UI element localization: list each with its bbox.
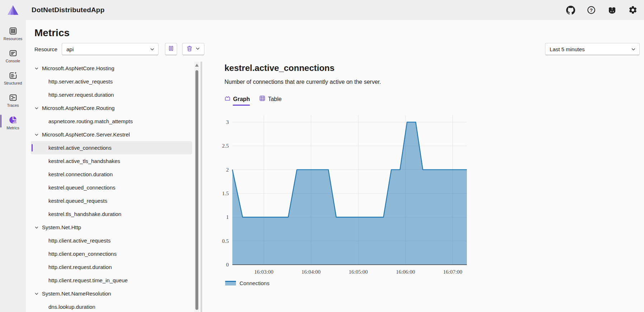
tree-metric-row[interactable]: http.client.active_requests: [31, 234, 192, 247]
svg-text:2.5: 2.5: [222, 143, 229, 149]
chevron-down-icon: [631, 47, 636, 52]
tree-metric-row[interactable]: kestrel.connection.duration: [31, 168, 192, 181]
nav-label: Console: [6, 59, 20, 63]
nav-item-resources[interactable]: Resources: [0, 25, 26, 42]
chevron-down-icon[interactable]: [34, 106, 39, 110]
selected-row-indicator: [32, 144, 33, 152]
settings-icon[interactable]: [628, 5, 638, 15]
tree-metric-row[interactable]: kestrel.queued_connections: [31, 181, 192, 194]
tab-table[interactable]: Table: [259, 95, 281, 106]
metric-description: Number of connections that are currently…: [224, 79, 640, 85]
tree-metric-row[interactable]: aspnetcore.routing.match_attempts: [31, 115, 192, 128]
app-title: DotNetDistributedApp: [32, 6, 104, 14]
scrollbar-thumb[interactable]: [195, 70, 198, 310]
active-tab-underline: [233, 105, 250, 106]
chevron-down-icon: [150, 47, 155, 52]
github-icon[interactable]: [566, 5, 575, 15]
tree-metric-label: kestrel.queued_requests: [48, 198, 107, 204]
tree-group-label: System.Net.NameResolution: [42, 291, 111, 297]
tree-metric-label: http.server.active_requests: [48, 78, 113, 85]
table-tab-icon: [259, 95, 265, 103]
svg-text:16:05:00: 16:05:00: [349, 269, 368, 275]
console-icon: [9, 49, 18, 58]
nav-label: Traces: [7, 103, 19, 107]
tree-group-row[interactable]: Microsoft.AspNetCore.Hosting: [31, 62, 192, 75]
tree-metric-label: http.client.request.time_in_queue: [48, 277, 128, 283]
pause-icon: [168, 45, 174, 53]
metrics-toolbar: Resource api: [34, 43, 640, 55]
aspire-dashboard: DotNetDistributedApp ?: [0, 0, 644, 312]
metric-chart: 00.511.522.5316:03:0016:04:0016:05:0016:…: [217, 110, 640, 286]
chevron-down-icon[interactable]: [34, 292, 39, 296]
chevron-down-icon[interactable]: [34, 133, 39, 137]
tree-group-label: Microsoft.AspNetCore.Hosting: [42, 65, 114, 71]
graph-tab-icon: [224, 95, 231, 103]
tree-metric-label: kestrel.queued_connections: [48, 184, 115, 191]
resource-select[interactable]: api: [62, 43, 158, 55]
chevron-down-icon[interactable]: [34, 225, 39, 230]
nav-item-console[interactable]: Console: [0, 47, 26, 64]
nav-item-metrics[interactable]: Metrics: [0, 114, 26, 131]
resource-label: Resource: [34, 46, 57, 52]
header-actions: ?: [566, 5, 644, 15]
tree-group-row[interactable]: System.Net.Http: [31, 221, 192, 234]
tree-metric-row[interactable]: dns.lookup.duration: [31, 300, 192, 312]
nav-rail: Resources Console Structured: [0, 20, 26, 312]
tree-group-row[interactable]: Microsoft.AspNetCore.Server.Kestrel: [31, 128, 192, 141]
help-icon[interactable]: ?: [587, 5, 596, 15]
chevron-down-icon[interactable]: [195, 46, 200, 52]
trash-icon[interactable]: [186, 45, 193, 53]
nav-label: Metrics: [6, 126, 19, 130]
nav-label: Structured: [4, 81, 22, 85]
tree-metric-label: dns.lookup.duration: [48, 304, 95, 310]
legend-swatch: [225, 281, 236, 285]
metrics-page: Metrics Resource api: [26, 20, 644, 312]
svg-text:1.5: 1.5: [222, 191, 229, 196]
scrollbar-up-arrow[interactable]: [195, 63, 199, 67]
tree-group-row[interactable]: System.Net.NameResolution: [31, 287, 192, 300]
tree-metric-row[interactable]: kestrel.active_connections: [31, 141, 192, 154]
time-range-select[interactable]: Last 5 minutes: [545, 43, 640, 55]
nav-item-traces[interactable]: Traces: [0, 92, 26, 109]
tree-group-row[interactable]: Microsoft.AspNetCore.Routing: [31, 101, 192, 115]
tree-metric-row[interactable]: http.client.request.duration: [31, 260, 192, 274]
time-range-value: Last 5 minutes: [550, 46, 585, 52]
remove-metrics-split-button[interactable]: [182, 43, 204, 55]
resources-grid-icon: [9, 27, 18, 35]
tree-metric-label: http.server.request.duration: [48, 92, 114, 98]
tab-graph[interactable]: Graph: [224, 95, 250, 106]
structured-logs-icon: [9, 71, 18, 80]
svg-text:3: 3: [226, 119, 229, 125]
app-header: DotNetDistributedApp ?: [0, 0, 644, 20]
resource-select-value: api: [66, 46, 74, 52]
metric-tree: Microsoft.AspNetCore.Hostinghttp.server.…: [31, 62, 192, 312]
tree-metric-row[interactable]: kestrel.active_tls_handshakes: [31, 154, 192, 168]
aspire-logo: [0, 5, 26, 15]
nav-item-structured[interactable]: Structured: [0, 69, 26, 87]
tree-metric-row[interactable]: http.server.request.duration: [31, 88, 192, 101]
chevron-down-icon[interactable]: [34, 66, 39, 71]
tree-metric-label: kestrel.active_connections: [48, 145, 112, 151]
tree-metric-row[interactable]: http.client.request.time_in_queue: [31, 274, 192, 287]
tree-metric-label: http.client.active_requests: [48, 237, 110, 244]
svg-text:0.5: 0.5: [222, 238, 229, 244]
tree-scrollbar[interactable]: [194, 62, 199, 312]
svg-text:16:06:00: 16:06:00: [396, 269, 415, 275]
tree-metric-row[interactable]: http.client.open_connections: [31, 247, 192, 260]
tree-metric-label: aspnetcore.routing.match_attempts: [48, 118, 133, 124]
pause-metrics-button[interactable]: [165, 43, 177, 55]
nav-label: Resources: [4, 37, 23, 41]
tree-group-label: Microsoft.AspNetCore.Routing: [42, 105, 115, 111]
copilot-icon[interactable]: [607, 5, 617, 15]
tree-metric-row[interactable]: http.server.active_requests: [31, 75, 192, 88]
metric-detail-panel: kestrel.active_connections Number of con…: [202, 62, 640, 312]
active-nav-indicator: [0, 115, 1, 128]
tree-metric-row[interactable]: kestrel.tls_handshake.duration: [31, 207, 192, 221]
view-tabs: Graph Table: [224, 95, 640, 106]
legend-item-connections[interactable]: Connections: [225, 280, 640, 286]
tree-metric-label: kestrel.connection.duration: [48, 171, 113, 177]
connections-area-chart: 00.511.522.5316:03:0016:04:0016:05:0016:…: [217, 110, 468, 277]
svg-text:0: 0: [226, 262, 229, 268]
tree-metric-row[interactable]: kestrel.queued_requests: [31, 194, 192, 207]
tab-label: Graph: [233, 96, 250, 102]
